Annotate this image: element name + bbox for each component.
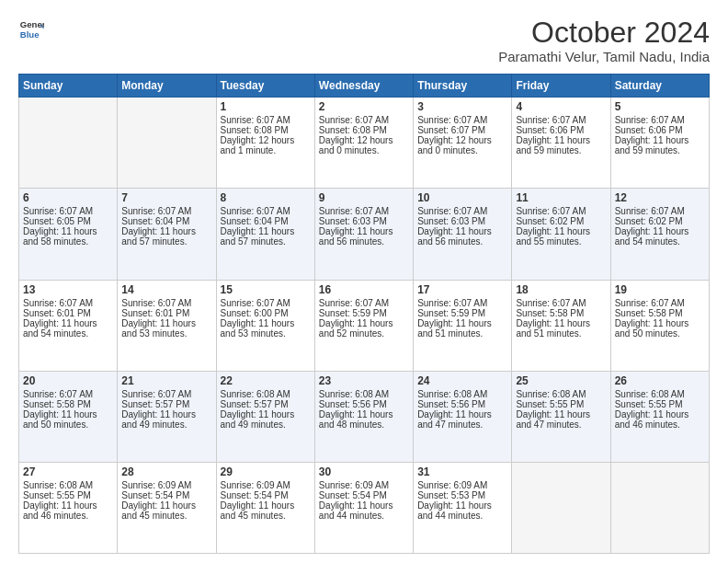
cell-info: Sunset: 5:57 PM	[221, 399, 311, 409]
cell-info: Sunrise: 6:07 AM	[516, 298, 606, 308]
table-row: 20Sunrise: 6:07 AMSunset: 5:58 PMDayligh…	[19, 371, 118, 462]
cell-info: Sunrise: 6:08 AM	[319, 389, 409, 399]
cell-info: Sunset: 6:00 PM	[221, 308, 311, 318]
calendar-week-row: 27Sunrise: 6:08 AMSunset: 5:55 PMDayligh…	[19, 462, 710, 553]
svg-text:General: General	[20, 19, 44, 29]
cell-info: Sunrise: 6:07 AM	[121, 389, 211, 399]
cell-info: and 44 minutes.	[417, 511, 507, 521]
cell-info: and 59 minutes.	[516, 145, 606, 155]
cell-info: Sunrise: 6:07 AM	[221, 298, 311, 308]
col-wednesday: Wednesday	[314, 75, 413, 98]
table-row: 6Sunrise: 6:07 AMSunset: 6:05 PMDaylight…	[19, 189, 118, 280]
cell-info: Sunset: 6:02 PM	[516, 216, 606, 226]
cell-info: Sunrise: 6:07 AM	[23, 206, 113, 216]
cell-info: Sunrise: 6:07 AM	[319, 206, 409, 216]
cell-info: and 44 minutes.	[319, 511, 409, 521]
table-row: 21Sunrise: 6:07 AMSunset: 5:57 PMDayligh…	[118, 371, 216, 462]
cell-info: and 49 minutes.	[121, 419, 211, 430]
table-row	[19, 98, 118, 189]
logo: General Blue	[18, 17, 44, 42]
cell-info: Daylight: 11 hours	[615, 409, 705, 419]
table-row: 4Sunrise: 6:07 AMSunset: 6:06 PMDaylight…	[512, 98, 610, 189]
cell-info: Sunrise: 6:07 AM	[615, 206, 705, 216]
cell-info: Sunset: 6:03 PM	[319, 216, 409, 226]
cell-info: Sunset: 5:56 PM	[319, 399, 409, 409]
day-number: 25	[516, 374, 606, 387]
cell-info: Sunrise: 6:07 AM	[319, 115, 409, 125]
table-row	[512, 462, 610, 553]
table-row: 8Sunrise: 6:07 AMSunset: 6:04 PMDaylight…	[216, 189, 314, 280]
cell-info: Sunrise: 6:07 AM	[417, 206, 507, 216]
calendar-table: Sunday Monday Tuesday Wednesday Thursday…	[18, 74, 710, 554]
day-number: 8	[221, 191, 311, 204]
cell-info: Sunrise: 6:09 AM	[121, 480, 211, 490]
cell-info: Daylight: 11 hours	[23, 500, 113, 511]
table-row: 16Sunrise: 6:07 AMSunset: 5:59 PMDayligh…	[314, 280, 413, 371]
cell-info: Sunrise: 6:08 AM	[221, 389, 311, 399]
table-row: 11Sunrise: 6:07 AMSunset: 6:02 PMDayligh…	[512, 189, 610, 280]
day-number: 17	[417, 283, 507, 296]
cell-info: Sunrise: 6:07 AM	[516, 206, 606, 216]
cell-info: Sunset: 6:08 PM	[319, 125, 409, 135]
day-number: 21	[121, 374, 211, 387]
cell-info: and 55 minutes.	[516, 236, 606, 247]
cell-info: and 59 minutes.	[615, 145, 705, 155]
cell-info: and 47 minutes.	[417, 419, 507, 430]
cell-info: and 52 minutes.	[319, 328, 409, 339]
table-row: 2Sunrise: 6:07 AMSunset: 6:08 PMDaylight…	[314, 98, 413, 189]
cell-info: and 50 minutes.	[615, 328, 705, 339]
cell-info: and 46 minutes.	[615, 419, 705, 430]
table-row: 14Sunrise: 6:07 AMSunset: 6:01 PMDayligh…	[118, 280, 216, 371]
cell-info: Daylight: 11 hours	[417, 318, 507, 328]
cell-info: Sunrise: 6:09 AM	[319, 480, 409, 490]
table-row: 27Sunrise: 6:08 AMSunset: 5:55 PMDayligh…	[19, 462, 118, 553]
cell-info: Sunset: 5:59 PM	[417, 308, 507, 318]
cell-info: Daylight: 11 hours	[319, 500, 409, 511]
cell-info: Sunrise: 6:07 AM	[221, 206, 311, 216]
col-monday: Monday	[118, 75, 216, 98]
table-row: 13Sunrise: 6:07 AMSunset: 6:01 PMDayligh…	[19, 280, 118, 371]
table-row: 5Sunrise: 6:07 AMSunset: 6:06 PMDaylight…	[610, 98, 709, 189]
cell-info: Sunset: 6:01 PM	[121, 308, 211, 318]
cell-info: and 57 minutes.	[221, 236, 311, 247]
cell-info: Sunrise: 6:07 AM	[23, 389, 113, 399]
cell-info: Daylight: 11 hours	[221, 409, 311, 419]
calendar-week-row: 20Sunrise: 6:07 AMSunset: 5:58 PMDayligh…	[19, 371, 710, 462]
cell-info: and 1 minute.	[221, 145, 311, 155]
col-thursday: Thursday	[414, 75, 512, 98]
day-number: 16	[319, 283, 409, 296]
cell-info: Daylight: 11 hours	[23, 409, 113, 419]
cell-info: Daylight: 11 hours	[319, 409, 409, 419]
table-row: 25Sunrise: 6:08 AMSunset: 5:55 PMDayligh…	[512, 371, 610, 462]
cell-info: and 51 minutes.	[516, 328, 606, 339]
cell-info: Daylight: 11 hours	[516, 409, 606, 419]
cell-info: Daylight: 11 hours	[221, 226, 311, 236]
cell-info: and 47 minutes.	[516, 419, 606, 430]
cell-info: Daylight: 11 hours	[516, 135, 606, 145]
table-row: 22Sunrise: 6:08 AMSunset: 5:57 PMDayligh…	[216, 371, 314, 462]
svg-text:Blue: Blue	[20, 29, 40, 40]
cell-info: Sunrise: 6:07 AM	[417, 298, 507, 308]
cell-info: and 56 minutes.	[417, 236, 507, 247]
table-row: 23Sunrise: 6:08 AMSunset: 5:56 PMDayligh…	[314, 371, 413, 462]
location: Paramathi Velur, Tamil Nadu, India	[498, 49, 710, 64]
month-title: October 2024	[498, 17, 710, 49]
day-number: 6	[23, 191, 113, 204]
cell-info: and 57 minutes.	[121, 236, 211, 247]
day-number: 20	[23, 374, 113, 387]
cell-info: and 48 minutes.	[319, 419, 409, 430]
cell-info: Daylight: 11 hours	[121, 500, 211, 511]
cell-info: Sunrise: 6:09 AM	[417, 480, 507, 490]
cell-info: and 54 minutes.	[615, 236, 705, 247]
day-number: 29	[221, 465, 311, 478]
cell-info: Sunrise: 6:08 AM	[23, 480, 113, 490]
day-number: 11	[516, 191, 606, 204]
cell-info: Daylight: 11 hours	[121, 318, 211, 328]
day-number: 15	[221, 283, 311, 296]
day-number: 27	[23, 465, 113, 478]
day-number: 28	[121, 465, 211, 478]
calendar-week-row: 6Sunrise: 6:07 AMSunset: 6:05 PMDaylight…	[19, 189, 710, 280]
cell-info: Daylight: 12 hours	[417, 135, 507, 145]
logo-icon: General Blue	[18, 17, 44, 42]
cell-info: Sunrise: 6:08 AM	[417, 389, 507, 399]
